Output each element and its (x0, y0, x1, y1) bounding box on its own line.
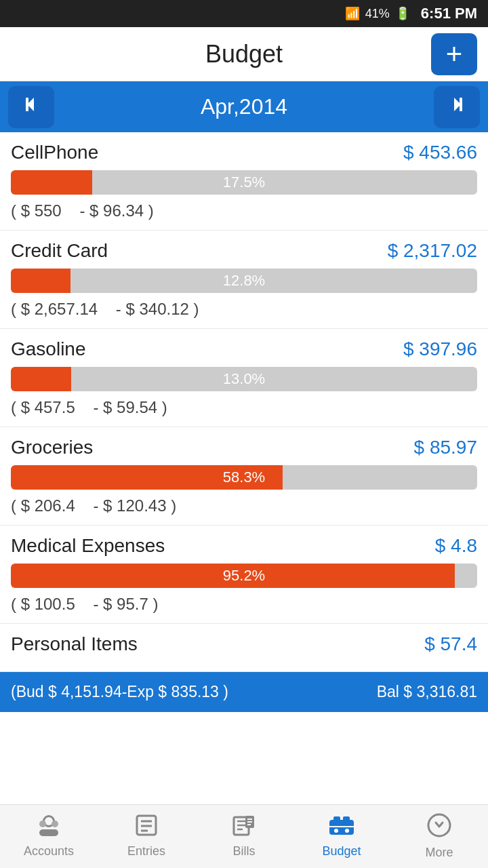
budget-item-name: Gasoline (11, 338, 86, 360)
time-display: 6:51 PM (421, 5, 477, 22)
current-month-label: Apr,2014 (201, 94, 287, 119)
progress-label: 95.2% (11, 567, 477, 585)
progress-label: 17.5% (11, 174, 477, 191)
svg-rect-8 (39, 829, 58, 836)
budget-item-amount: $ 2,317.02 (388, 240, 477, 262)
status-bar: 📶 41% 🔋 6:51 PM (0, 0, 488, 27)
progress-bar-container: 12.8% (11, 269, 477, 293)
budget-item-amount: $ 57.4 (424, 633, 477, 655)
add-icon: + (446, 40, 463, 68)
summary-balance: Bal $ 3,316.81 (377, 683, 477, 701)
progress-label: 58.3% (11, 469, 477, 486)
budget-item-details: ( $ 2,657.14 - $ 340.12 ) (11, 300, 477, 319)
next-month-button[interactable] (434, 86, 480, 128)
nav-item-accounts[interactable]: Accounts (0, 805, 98, 868)
summary-budget-exp: (Bud $ 4,151.94-Exp $ 835.13 ) (11, 683, 228, 701)
svg-rect-5 (460, 98, 462, 111)
budget-item[interactable]: Gasoline $ 397.96 13.0% ( $ 457.5 - $ 59… (0, 329, 488, 427)
more-icon (427, 813, 451, 843)
budget-item-header: Gasoline $ 397.96 (11, 338, 477, 360)
signal-icon: 📶 (345, 6, 360, 21)
nav-item-more[interactable]: More (390, 805, 488, 868)
battery-text: 41% (365, 7, 390, 21)
battery-icon: 🔋 (395, 6, 410, 21)
bottom-navigation: Accounts Entries Bills (0, 804, 488, 868)
budget-item-details: ( $ 550 - $ 96.34 ) (11, 201, 477, 220)
accounts-icon (37, 814, 61, 842)
budget-item[interactable]: Credit Card $ 2,317.02 12.8% ( $ 2,657.1… (0, 231, 488, 329)
budget-item-amount: $ 453.66 (403, 142, 477, 163)
budget-item-header: Groceries $ 85.97 (11, 437, 477, 458)
nav-item-bills[interactable]: Bills (195, 805, 293, 868)
budget-item[interactable]: Personal Items $ 57.4 (0, 624, 488, 672)
budget-item-header: CellPhone $ 453.66 (11, 142, 477, 163)
nav-item-budget[interactable]: Budget (293, 805, 390, 868)
progress-bar-container: 95.2% (11, 564, 477, 588)
budget-icon (328, 814, 355, 842)
accounts-label: Accounts (24, 844, 74, 859)
budget-item[interactable]: Groceries $ 85.97 58.3% ( $ 206.4 - $ 12… (0, 427, 488, 526)
budget-item-amount: $ 397.96 (403, 338, 477, 360)
budget-item-name: CellPhone (11, 142, 98, 163)
next-arrow-icon (443, 91, 470, 123)
page-title: Budget (57, 40, 431, 68)
progress-bar-container: 13.0% (11, 367, 477, 391)
svg-point-10 (52, 821, 58, 827)
svg-rect-25 (343, 816, 350, 822)
budget-item-header: Medical Expenses $ 4.8 (11, 535, 477, 557)
progress-label: 13.0% (11, 370, 477, 388)
app-header: Budget + (0, 27, 488, 81)
budget-item-amount: $ 85.97 (414, 437, 477, 458)
budget-label: Budget (322, 844, 361, 859)
bills-label: Bills (232, 844, 255, 859)
prev-arrow-icon (18, 91, 45, 123)
summary-bar: (Bud $ 4,151.94-Exp $ 835.13 ) Bal $ 3,3… (0, 672, 488, 712)
add-button[interactable]: + (431, 33, 477, 75)
budget-item-name: Credit Card (11, 240, 108, 262)
progress-label: 12.8% (11, 272, 477, 290)
entries-label: Entries (127, 844, 165, 859)
svg-rect-24 (333, 816, 340, 822)
budget-item-details: ( $ 457.5 - $ 59.54 ) (11, 398, 477, 417)
budget-item-name: Personal Items (11, 633, 138, 655)
budget-item[interactable]: Medical Expenses $ 4.8 95.2% ( $ 100.5 -… (0, 526, 488, 624)
budget-list: CellPhone $ 453.66 17.5% ( $ 550 - $ 96.… (0, 132, 488, 672)
svg-point-27 (334, 829, 338, 833)
svg-point-9 (39, 821, 46, 827)
budget-item-details: ( $ 100.5 - $ 95.7 ) (11, 595, 477, 614)
prev-month-button[interactable] (8, 86, 54, 128)
bills-icon (232, 814, 256, 842)
budget-item-header: Personal Items $ 57.4 (11, 633, 477, 655)
progress-bar-container: 58.3% (11, 465, 477, 490)
budget-item-header: Credit Card $ 2,317.02 (11, 240, 477, 262)
entries-icon (134, 814, 159, 842)
progress-bar-container: 17.5% (11, 170, 477, 195)
budget-item-name: Groceries (11, 437, 93, 458)
more-label: More (425, 846, 453, 860)
svg-point-28 (345, 829, 349, 833)
month-navigation: Apr,2014 (0, 81, 488, 132)
svg-rect-2 (26, 98, 28, 111)
budget-item[interactable]: CellPhone $ 453.66 17.5% ( $ 550 - $ 96.… (0, 132, 488, 231)
nav-item-entries[interactable]: Entries (98, 805, 195, 868)
budget-item-name: Medical Expenses (11, 535, 165, 557)
budget-item-amount: $ 4.8 (435, 535, 477, 557)
budget-item-details: ( $ 206.4 - $ 120.43 ) (11, 496, 477, 515)
